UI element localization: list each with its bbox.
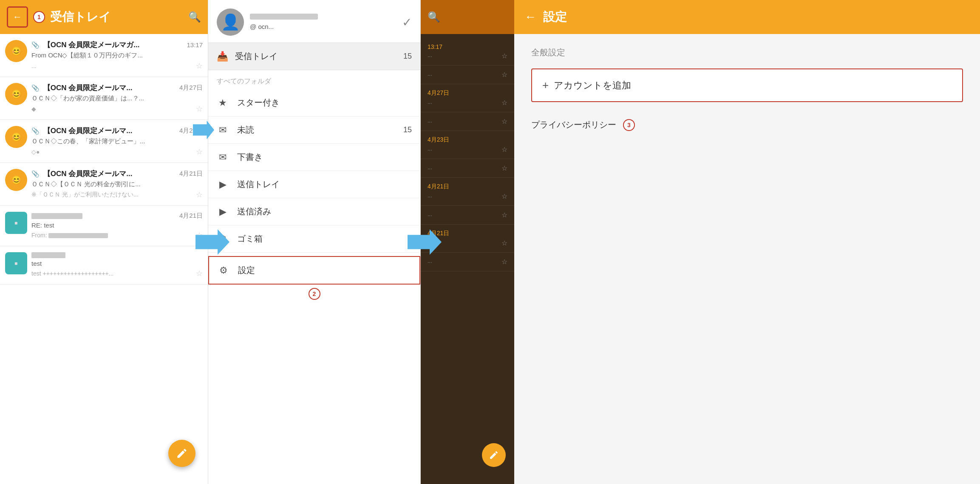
checkmark-icon: ✓ [402, 15, 412, 29]
avatar-face-icon: 😊 [11, 175, 22, 185]
person-icon: 👤 [221, 13, 240, 31]
star-icon[interactable]: ☆ [196, 104, 203, 114]
bg-list-item: ... ☆ [421, 206, 514, 225]
plus-icon: + [542, 79, 549, 92]
drawer-item-label: ゴミ箱 [237, 233, 412, 245]
drawer-inbox-item[interactable]: 📥 受信トレイ 15 [208, 43, 420, 70]
avatar: 😊 [5, 40, 27, 62]
drawer-item-label: 送信トレイ [237, 179, 412, 190]
mail-header-row [31, 252, 203, 258]
drawer-item-label: 下書き [237, 151, 412, 163]
mail-date: 4月21日 [179, 170, 203, 178]
bg-pencil-icon [489, 450, 499, 460]
sent-icon: ▶ [217, 206, 229, 217]
bg-dots: ... [428, 164, 432, 172]
drawer-item-outbox[interactable]: ▶ 送信トレイ [208, 171, 420, 198]
mail-subject: 📎 【OCN 会員限定メールマ... [31, 126, 132, 136]
drawer-inbox-label: 受信トレイ [235, 51, 397, 62]
bg-fab [482, 443, 506, 467]
bg-list-item: ... ☆ [421, 253, 514, 271]
mail-header-row: 📎 【OCN 会員限定メールマ... 4月27日 [31, 83, 203, 93]
mail-content: 📎 【OCN 会員限定メールマ... 4月27日 ＯＣＮ◇「わが家の資産価値」は… [31, 83, 203, 114]
avatar-square-icon: ▪ [14, 217, 18, 229]
star-icon[interactable]: ☆ [196, 269, 203, 278]
mail-content: 4月21日 RE: test From: ☆ [31, 212, 203, 240]
bg-dots: ... [428, 145, 432, 154]
drawer-item-trash[interactable]: 🗑 ゴミ箱 [208, 225, 420, 253]
settings-title: 設定 [543, 9, 567, 25]
mail-preview: From OCN◇【総額１０万円分のギフ... [31, 51, 203, 60]
clip-icon: 📎 [31, 41, 40, 48]
mail-subject-text: 【OCN 会員限定メールマ... [43, 170, 133, 178]
drawer-settings-item[interactable]: ⚙ 設定 [208, 256, 420, 285]
drawer-item-sent[interactable]: ▶ 送信済み [208, 198, 420, 225]
drawer-item-label: 送信済み [237, 206, 412, 217]
account-info: @ ocn... [250, 14, 396, 31]
star-icon[interactable]: ☆ [196, 61, 203, 71]
bg-star-icon: ☆ [501, 71, 507, 79]
bg-list-item: ... ☆ [421, 159, 514, 178]
mail-item[interactable]: 😊 📎 【OCN 会員限定メールマ... 4月27日 ＯＣＮ◇「わが家の資産価値… [0, 77, 208, 120]
badge-1: 1 [33, 11, 45, 23]
mail-content: 📎 【OCN 会員限定メールマガ... 13:17 From OCN◇【総額１０… [31, 40, 203, 71]
compose-fab-button[interactable] [168, 440, 195, 467]
bg-dots: ... [428, 71, 432, 79]
mail-preview: ＯＣＮ◇【ＯＣＮ 光の料金が割引に... [31, 180, 203, 188]
mail-item[interactable]: 😊 📎 【OCN 会員限定メールマガ... 13:17 From OCN◇【総額… [0, 34, 208, 77]
search-icon[interactable]: 🔍 [188, 11, 201, 23]
mail-preview: test [31, 260, 203, 267]
settings-back-button[interactable]: ← [524, 10, 536, 24]
back-arrow-icon: ← [13, 11, 22, 23]
star-icon[interactable]: ☆ [196, 190, 203, 199]
clip-icon: 📎 [31, 84, 40, 91]
mail-item[interactable]: 😊 📎 【OCN 会員限定メールマ... 4月21日 ＯＣＮ◇【ＯＣＮ 光の料金… [0, 163, 208, 206]
privacy-policy-row[interactable]: プライバシーポリシー 3 [531, 115, 963, 135]
privacy-policy-link[interactable]: プライバシーポリシー [531, 115, 616, 135]
inbox-folder-icon: 📥 [217, 51, 228, 62]
bg-star-icon: ☆ [501, 164, 507, 172]
mail-subject-text: 【OCN 会員限定メールマ... [43, 84, 133, 92]
add-account-button[interactable]: + アカウントを追加 [531, 68, 963, 102]
from-label: From: [31, 232, 47, 239]
bg-search-icon: 🔍 [428, 11, 440, 23]
mail-item[interactable]: ▪ test test +++++++++++++++++++... ☆ [0, 246, 208, 285]
drawer-inbox-count: 15 [403, 52, 412, 61]
panel-settings: ← 設定 全般設定 + アカウントを追加 プライバシーポリシー 3 [514, 0, 980, 484]
unread-icon: ✉ [217, 125, 229, 136]
clip-icon: 📎 [31, 170, 40, 177]
bg-dots: ... [428, 52, 432, 60]
mail-item[interactable]: 😊 📎 【OCN 会員限定メールマ... 4月23日 ＯＣＮ◇この春、「家計簿デ… [0, 120, 208, 163]
star-icon[interactable]: ☆ [196, 147, 203, 157]
drawer-item-draft[interactable]: ✉ 下書き [208, 144, 420, 171]
mail-preview: RE: test [31, 222, 203, 229]
mail-date: 4月21日 [179, 212, 203, 220]
bg-star-icon: ☆ [501, 99, 507, 107]
mail-header-row: 4月21日 [31, 212, 203, 220]
drawer-item-unread[interactable]: ✉ 未読 15 [208, 117, 420, 144]
mail-footer-row: ... ☆ [31, 61, 203, 71]
pencil-icon [176, 447, 188, 459]
avatar-face-icon: 😊 [11, 89, 22, 99]
mail-snippet: ... [31, 63, 37, 69]
avatar: 😊 [5, 169, 27, 191]
mail-item[interactable]: ▪ 4月21日 RE: test From: ☆ [0, 206, 208, 246]
account-name-bar [250, 14, 318, 20]
mail-date: 4月27日 [179, 84, 203, 92]
bg-star-icon: ☆ [501, 239, 507, 247]
star-folder-icon: ★ [217, 97, 229, 108]
drawer-account[interactable]: 👤 @ ocn... ✓ [208, 0, 420, 43]
mail-footer-row: ※「ＯＣＮ 光」がご利用いただけない... ☆ [31, 190, 203, 199]
mail-header-row: 📎 【OCN 会員限定メールマ... 4月23日 [31, 126, 203, 136]
mail-footer-row: test +++++++++++++++++++... ☆ [31, 269, 203, 278]
bg-list-item: ... ☆ [421, 112, 514, 131]
back-button[interactable]: ← [7, 6, 28, 28]
draft-icon: ✉ [217, 152, 229, 163]
bg-star-icon: ☆ [501, 145, 507, 154]
bg-list-item: 4月21日 ... ☆ [421, 178, 514, 206]
mail-content: test test +++++++++++++++++++... ☆ [31, 252, 203, 278]
drawer-item-starred[interactable]: ★ スター付き [208, 89, 420, 117]
panel-bg-header: 🔍 [421, 0, 514, 34]
clip-icon: 📎 [31, 127, 40, 134]
mail-subject [31, 213, 82, 219]
drawer-item-count: 15 [403, 125, 412, 134]
